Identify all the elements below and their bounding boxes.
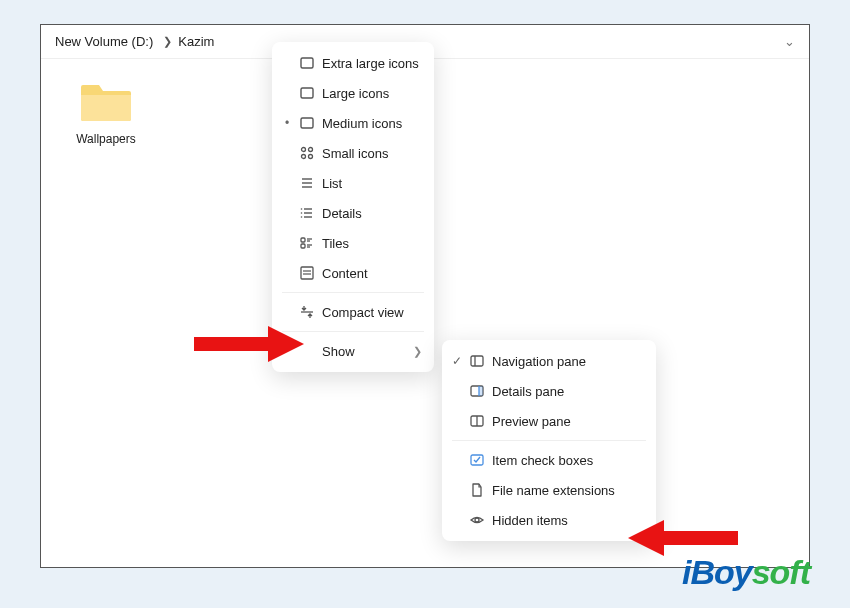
- content-icon: [296, 265, 318, 281]
- chevron-right-icon: ❯: [163, 35, 172, 48]
- item-check-boxes-icon: [466, 452, 488, 468]
- list-icon: [296, 175, 318, 191]
- folder-icon: [79, 79, 133, 126]
- large-icons-icon: [296, 85, 318, 101]
- preview-pane-icon: [466, 413, 488, 429]
- show-submenu: ✓Navigation pane Details pane Preview pa…: [442, 340, 656, 541]
- details-pane-icon: [466, 383, 488, 399]
- menu-item-navigation-pane[interactable]: ✓Navigation pane: [442, 346, 656, 376]
- menu-item-large-icons[interactable]: Large icons: [272, 78, 434, 108]
- chevron-down-icon[interactable]: ⌄: [784, 34, 795, 49]
- menu-item-small-icons[interactable]: Small icons: [272, 138, 434, 168]
- menu-item-tiles[interactable]: Tiles: [272, 228, 434, 258]
- check-icon: ✓: [448, 354, 466, 368]
- file-name-extensions-icon: [466, 482, 488, 498]
- menu-item-details-pane[interactable]: Details pane: [442, 376, 656, 406]
- menu-item-details[interactable]: Details: [272, 198, 434, 228]
- extra-large-icons-icon: [296, 55, 318, 71]
- tiles-icon: [296, 235, 318, 251]
- breadcrumb-item-drive[interactable]: New Volume (D:): [55, 34, 153, 49]
- details-icon: [296, 205, 318, 221]
- small-icons-icon: [296, 145, 318, 161]
- menu-item-file-name-extensions[interactable]: File name extensions: [442, 475, 656, 505]
- medium-icons-icon: [296, 115, 318, 131]
- breadcrumb-item-folder[interactable]: Kazim: [178, 34, 214, 49]
- bullet-icon: •: [278, 116, 296, 130]
- menu-separator: [282, 292, 424, 293]
- folder-label: Wallpapers: [76, 132, 136, 146]
- menu-item-preview-pane[interactable]: Preview pane: [442, 406, 656, 436]
- menu-item-content[interactable]: Content: [272, 258, 434, 288]
- compact-view-icon: [296, 304, 318, 320]
- navigation-pane-icon: [466, 353, 488, 369]
- chevron-right-icon: ❯: [413, 345, 422, 358]
- menu-item-extra-large-icons[interactable]: Extra large icons: [272, 48, 434, 78]
- annotation-arrow-left: [188, 322, 308, 366]
- brand-watermark: iBoysoft: [0, 532, 850, 592]
- hidden-items-icon: [466, 512, 488, 528]
- menu-item-list[interactable]: List: [272, 168, 434, 198]
- menu-separator: [452, 440, 646, 441]
- menu-item-item-check-boxes[interactable]: Item check boxes: [442, 445, 656, 475]
- menu-item-medium-icons[interactable]: •Medium icons: [272, 108, 434, 138]
- folder-item[interactable]: Wallpapers: [61, 79, 151, 146]
